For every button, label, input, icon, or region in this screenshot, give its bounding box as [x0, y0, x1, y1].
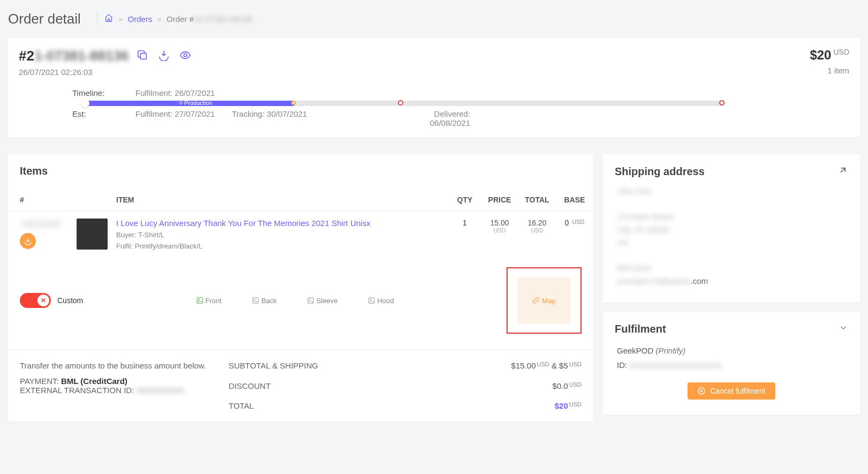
est-delivered-date: 06/08/2021: [430, 118, 470, 127]
design-hood-label: Hood: [378, 297, 394, 305]
image-icon: [196, 297, 203, 304]
fulfilment-provider: GeekPOD (Printify): [617, 346, 846, 355]
chevron-down-icon[interactable]: [839, 323, 848, 335]
custom-toggle[interactable]: ✕: [20, 293, 51, 308]
svg-rect-8: [368, 298, 374, 304]
cancel-icon: [697, 387, 706, 395]
shipping-title: Shipping address: [615, 165, 705, 178]
items-card: Items # ITEM QTY PRICE TOTAL BASE: [8, 154, 593, 421]
payment-value: BML (CreditCard): [61, 377, 127, 386]
breadcrumb-orders[interactable]: Orders: [128, 14, 153, 24]
order-date: 26/07/2021 02:26:03: [19, 67, 193, 77]
home-icon[interactable]: [104, 13, 114, 25]
items-table: # ITEM QTY PRICE TOTAL BASE SKU-XXXX: [8, 189, 593, 259]
fulfilment-title: Fulfilment: [615, 323, 666, 335]
timeline: Timeline: Fulfilment: 26/07/2021 Product…: [72, 88, 849, 127]
table-header-row: # ITEM QTY PRICE TOTAL BASE: [8, 189, 593, 211]
subtotal-label: SUBTOTAL & SHIPPING: [229, 361, 496, 370]
breadcrumb-sep: »: [119, 16, 123, 23]
progress-stage-label: Production: [179, 100, 213, 106]
order-number: #21-07381-88136: [19, 48, 193, 64]
subtotal-value: $15.00USD & $5USD: [501, 361, 582, 370]
download-icon[interactable]: [156, 48, 171, 64]
design-front[interactable]: Front: [196, 297, 222, 305]
design-sleeve[interactable]: Sleeve: [307, 297, 338, 305]
design-sleeve-label: Sleeve: [316, 297, 338, 305]
map-label: Map: [542, 297, 555, 305]
est-delivered-label: Delivered:: [430, 109, 470, 118]
svg-point-7: [309, 299, 310, 300]
svg-point-1: [184, 54, 187, 57]
th-total: TOTAL: [518, 189, 556, 211]
fulfilment-card: Fulfilment GeekPOD (Printify) ID: xxxxxx…: [603, 312, 860, 415]
est-delivered: Delivered: 06/08/2021: [430, 109, 470, 127]
row-download-button[interactable]: [20, 233, 36, 249]
discount-value: $0.0USD: [501, 381, 582, 390]
ship-line2: City, ST 00000: [617, 223, 846, 236]
view-icon[interactable]: [178, 48, 193, 64]
shipping-card: Shipping address John Doe 123 Main Stree…: [603, 154, 860, 303]
item-buyer: Buyer: T-Shirt/L: [116, 231, 444, 239]
progress-stage-text: Production: [184, 100, 213, 106]
image-icon: [307, 297, 314, 304]
timeline-label: Timeline:: [72, 88, 135, 97]
est-tracking: Tracking: 30/07/2021: [232, 109, 430, 118]
map-button[interactable]: Map: [517, 277, 571, 323]
open-external-icon[interactable]: [837, 165, 848, 178]
ship-phone: 555-0100: [617, 262, 846, 275]
shipping-body: John Doe 123 Main Street City, ST 00000 …: [603, 185, 860, 303]
order-item-count: 1 item: [810, 66, 849, 75]
breadcrumb-prefix: Order #: [167, 14, 194, 24]
ship-email: example123@yahoo.com: [617, 275, 846, 288]
th-price: PRICE: [481, 189, 518, 211]
image-icon: [252, 297, 259, 304]
breadcrumb: » Orders » Order #21-07381-88136: [97, 13, 253, 26]
svg-rect-6: [308, 298, 314, 304]
row-price: 15.00 USD: [481, 211, 518, 259]
page-header: Order detail » Orders » Order #21-07381-…: [0, 0, 868, 33]
design-back-label: Back: [261, 297, 277, 305]
row-sku: SKU-XXXX: [20, 219, 64, 229]
ship-name: John Doe: [617, 185, 846, 198]
page-title: Order detail: [8, 11, 81, 27]
order-total-block: $20USD 1 item: [810, 48, 849, 75]
ext-value: XXXXXXXXX: [137, 386, 185, 395]
row-base: 0 USD: [556, 211, 593, 259]
svg-rect-2: [197, 298, 202, 304]
ship-line3: US: [617, 236, 846, 249]
svg-point-9: [370, 299, 371, 300]
fulfilment-id-line: ID: xxxxxxxxxxxxxxxxxxxxxxx: [617, 360, 846, 370]
ship-line1: 123 Main Street: [617, 210, 846, 223]
toggle-knob-icon: ✕: [37, 295, 49, 306]
map-highlight-box: Map: [507, 267, 582, 334]
row-total: 16.20 USD: [518, 211, 556, 259]
breadcrumb-current: Order #21-07381-88136: [167, 14, 253, 24]
svg-point-3: [198, 299, 199, 300]
progress-marker-delivered: [719, 100, 724, 106]
design-section: ✕ Custom Front Back Sleeve: [8, 259, 593, 350]
fulfilment-id: xxxxxxxxxxxxxxxxxxxxxxx: [629, 360, 722, 370]
breadcrumb-id: 21-07381-88136: [194, 14, 253, 24]
th-item: ITEM: [112, 189, 449, 211]
copy-icon[interactable]: [135, 48, 150, 64]
item-title-link[interactable]: I Love Lucy Anniversary Thank You For Th…: [116, 219, 371, 228]
order-total-amount: $20: [810, 48, 831, 62]
image-icon: [368, 297, 375, 304]
row-qty: 1: [449, 211, 481, 259]
discount-label: DISCOUNT: [229, 381, 496, 390]
th-qty: QTY: [449, 189, 481, 211]
est-fulfilment: Fulfilment: 27/07/2021: [135, 109, 232, 118]
design-back[interactable]: Back: [252, 297, 277, 305]
grand-total-label: TOTAL: [229, 401, 496, 410]
th-num: #: [8, 189, 72, 211]
th-base: BASE: [556, 189, 593, 211]
item-thumbnail[interactable]: [77, 219, 108, 250]
breadcrumb-sep: »: [157, 16, 161, 23]
link-icon: [532, 297, 540, 304]
cancel-fulfilment-button[interactable]: Cancel fulfilment: [688, 382, 775, 400]
items-title: Items: [8, 154, 593, 184]
progress-knob: [81, 99, 89, 108]
ordnum-prefix: #2: [19, 48, 34, 64]
design-hood[interactable]: Hood: [368, 297, 394, 305]
order-summary-card: #21-07381-88136 26/07/2021 02:26:03 $20U…: [8, 38, 860, 137]
